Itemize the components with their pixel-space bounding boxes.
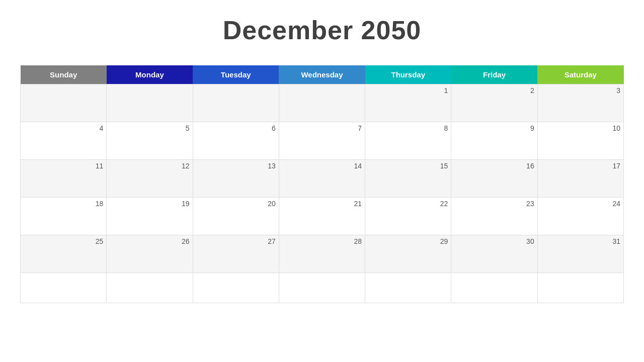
day-cell-20[interactable]: 20 xyxy=(193,198,279,235)
extra-cell-1 xyxy=(107,273,193,303)
empty-cell[interactable] xyxy=(107,84,193,122)
day-cell-2[interactable]: 2 xyxy=(451,84,537,122)
day-cell-8[interactable]: 8 xyxy=(365,122,451,160)
header-thursday: Thursday xyxy=(365,65,451,84)
header-monday: Monday xyxy=(107,65,193,84)
extra-cell-6 xyxy=(537,273,623,303)
day-cell-6[interactable]: 6 xyxy=(193,122,279,160)
day-number-2: 2 xyxy=(454,86,534,95)
header-wednesday: Wednesday xyxy=(279,65,365,84)
day-cell-14[interactable]: 14 xyxy=(279,160,365,198)
day-number-22: 22 xyxy=(368,200,448,208)
week-row-1: 123 xyxy=(21,84,624,122)
day-cell-10[interactable]: 10 xyxy=(537,122,623,160)
day-number-20: 20 xyxy=(196,200,276,208)
day-number-21: 21 xyxy=(282,200,362,208)
day-cell-22[interactable]: 22 xyxy=(365,198,451,235)
day-number-17: 17 xyxy=(541,162,620,170)
day-cell-26[interactable]: 26 xyxy=(107,235,193,273)
day-cell-13[interactable]: 13 xyxy=(193,160,279,198)
day-cell-25[interactable]: 25 xyxy=(21,235,107,273)
day-number-24: 24 xyxy=(541,200,620,208)
day-cell-4[interactable]: 4 xyxy=(21,122,107,160)
header-saturday: Saturday xyxy=(537,65,623,84)
day-number-7: 7 xyxy=(282,124,362,132)
extra-cell-5 xyxy=(451,273,537,303)
day-cell-7[interactable]: 7 xyxy=(279,122,365,160)
day-cell-18[interactable]: 18 xyxy=(21,198,107,235)
day-cell-17[interactable]: 17 xyxy=(537,160,623,198)
day-cell-27[interactable]: 27 xyxy=(193,235,279,273)
empty-cell[interactable] xyxy=(193,84,279,122)
day-number-31: 31 xyxy=(541,237,620,245)
calendar-table: SundayMondayTuesdayWednesdayThursdayFrid… xyxy=(20,65,624,303)
empty-cell[interactable] xyxy=(21,84,107,122)
empty-cell[interactable] xyxy=(279,84,365,122)
day-number-27: 27 xyxy=(196,237,276,245)
day-number-4: 4 xyxy=(24,124,103,132)
day-cell-23[interactable]: 23 xyxy=(451,198,537,235)
day-cell-28[interactable]: 28 xyxy=(279,235,365,273)
week-row-4: 18192021222324 xyxy=(21,198,624,235)
day-cell-5[interactable]: 5 xyxy=(107,122,193,160)
week-row-2: 45678910 xyxy=(21,122,624,160)
day-number-25: 25 xyxy=(24,237,103,245)
day-number-3: 3 xyxy=(541,86,620,95)
day-number-16: 16 xyxy=(454,162,534,170)
day-number-23: 23 xyxy=(454,200,534,208)
extra-cell-0 xyxy=(21,273,107,303)
day-number-18: 18 xyxy=(24,200,103,208)
day-cell-21[interactable]: 21 xyxy=(279,198,365,235)
day-number-26: 26 xyxy=(110,237,189,245)
day-cell-30[interactable]: 30 xyxy=(451,235,537,273)
day-number-9: 9 xyxy=(454,124,534,132)
day-number-1: 1 xyxy=(368,86,448,95)
day-number-5: 5 xyxy=(110,124,189,132)
extra-cell-4 xyxy=(365,273,451,303)
day-cell-11[interactable]: 11 xyxy=(21,160,107,198)
day-number-12: 12 xyxy=(110,162,189,170)
extra-cell-2 xyxy=(193,273,279,303)
extra-row xyxy=(21,273,624,303)
day-cell-1[interactable]: 1 xyxy=(365,84,451,122)
day-cell-15[interactable]: 15 xyxy=(365,160,451,198)
header-friday: Friday xyxy=(451,65,537,84)
day-cell-19[interactable]: 19 xyxy=(107,198,193,235)
header-tuesday: Tuesday xyxy=(193,65,279,84)
day-number-15: 15 xyxy=(368,162,448,170)
day-cell-9[interactable]: 9 xyxy=(451,122,537,160)
day-number-30: 30 xyxy=(454,237,534,245)
day-number-8: 8 xyxy=(368,124,448,132)
day-number-11: 11 xyxy=(24,162,103,170)
day-number-19: 19 xyxy=(110,200,189,208)
day-cell-3[interactable]: 3 xyxy=(537,84,623,122)
header-row: SundayMondayTuesdayWednesdayThursdayFrid… xyxy=(21,65,624,84)
day-number-13: 13 xyxy=(196,162,276,170)
day-number-14: 14 xyxy=(282,162,362,170)
day-number-6: 6 xyxy=(196,124,276,132)
extra-cell-3 xyxy=(279,273,365,303)
day-cell-31[interactable]: 31 xyxy=(537,235,623,273)
day-number-28: 28 xyxy=(282,237,362,245)
day-number-10: 10 xyxy=(541,124,620,132)
day-cell-29[interactable]: 29 xyxy=(365,235,451,273)
day-number-29: 29 xyxy=(368,237,448,245)
calendar-title: December 2050 xyxy=(223,15,422,45)
header-sunday: Sunday xyxy=(21,65,107,84)
day-cell-24[interactable]: 24 xyxy=(537,198,623,235)
day-cell-16[interactable]: 16 xyxy=(451,160,537,198)
week-row-3: 11121314151617 xyxy=(21,160,624,198)
day-cell-12[interactable]: 12 xyxy=(107,160,193,198)
week-row-5: 25262728293031 xyxy=(21,235,624,273)
